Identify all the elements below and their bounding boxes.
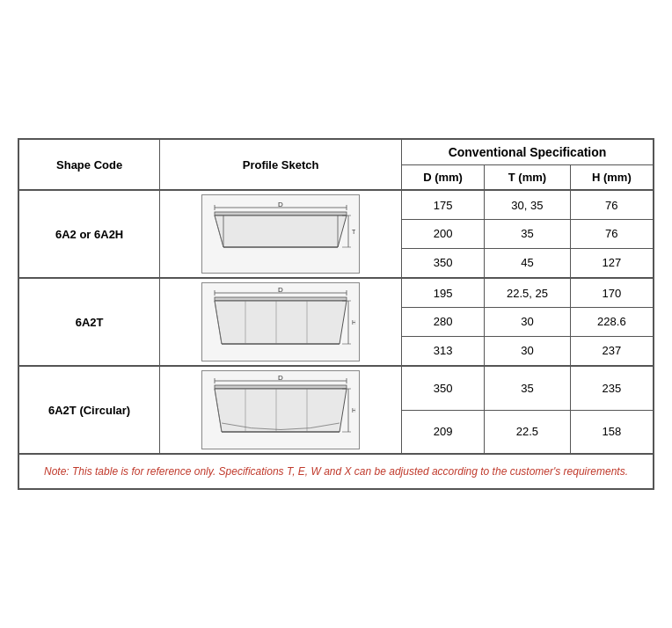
profile-sketch-header: Profile Sketch — [160, 140, 402, 191]
conventional-spec-header: Conventional Specification — [401, 140, 653, 165]
sketch-6a2t-svg: D H — [206, 287, 355, 357]
h-val-6a2t-3: 237 — [570, 336, 653, 366]
t-val-6a2t-circ-1: 35 — [485, 366, 571, 410]
svg-text:H: H — [352, 407, 355, 413]
profile-sketch-6a2t-circ: D H — [160, 366, 402, 454]
d-val-6a2t-3: 313 — [401, 336, 484, 366]
svg-rect-0 — [215, 212, 347, 215]
t-val-6a2t-2: 30 — [485, 308, 571, 337]
d-val-6a2t-2: 280 — [401, 308, 484, 337]
shape-code-header: Shape Code — [19, 140, 160, 191]
t-val-6a2t-1: 22.5, 25 — [485, 278, 571, 308]
svg-text:D: D — [278, 201, 283, 208]
shape-code-6a2: 6A2 or 6A2H — [19, 190, 160, 278]
d-val-6a2t-1: 195 — [401, 278, 484, 308]
col-d-header: D (mm) — [401, 165, 484, 191]
sketch-6a2t-circ-svg: D H — [206, 375, 355, 445]
table-row: 6A2T (Circular) D — [19, 366, 654, 410]
table-row: 6A2T D — [19, 278, 654, 308]
sketch-6a2-svg: D T — [206, 199, 355, 269]
note-text: Note: This table is for reference only. … — [19, 454, 654, 489]
main-table-container: Shape Code Profile Sketch Conventional S… — [18, 138, 654, 490]
h-val-6a2t-circ-2: 158 — [570, 410, 653, 454]
col-h-header: H (mm) — [570, 165, 653, 191]
profile-sketch-6a2t: D H — [160, 278, 402, 366]
d-val-6a2t-circ-1: 350 — [401, 366, 484, 410]
table-row: 6A2 or 6A2H D — [19, 190, 654, 220]
shape-code-6a2t: 6A2T — [19, 278, 160, 366]
svg-text:D: D — [278, 375, 283, 382]
d-val-6a2-1: 175 — [401, 190, 484, 220]
sketch-6a2: D T — [201, 194, 360, 274]
t-val-6a2-2: 35 — [485, 220, 571, 249]
h-val-6a2t-1: 170 — [570, 278, 653, 308]
col-t-header: T (mm) — [485, 165, 571, 191]
svg-text:H: H — [352, 319, 355, 325]
svg-text:D: D — [278, 287, 283, 294]
shape-code-6a2t-circ: 6A2T (Circular) — [19, 366, 160, 454]
h-val-6a2-1: 76 — [570, 190, 653, 220]
profile-sketch-6a2: D T — [160, 190, 402, 278]
svg-rect-29 — [215, 385, 347, 389]
h-val-6a2t-circ-1: 235 — [570, 366, 653, 410]
svg-marker-5 — [215, 215, 347, 247]
sketch-6a2t-circ: D H — [201, 370, 360, 449]
t-val-6a2-3: 45 — [485, 248, 571, 278]
svg-rect-14 — [215, 297, 347, 301]
d-val-6a2-3: 350 — [401, 248, 484, 278]
h-val-6a2-3: 127 — [570, 248, 653, 278]
svg-marker-19 — [215, 301, 347, 344]
sketch-6a2t: D H — [201, 282, 360, 361]
t-val-6a2t-3: 30 — [485, 336, 571, 366]
note-row: Note: This table is for reference only. … — [19, 454, 654, 489]
d-val-6a2t-circ-2: 209 — [401, 410, 484, 454]
h-val-6a2-2: 76 — [570, 220, 653, 249]
svg-text:T: T — [352, 229, 355, 235]
t-val-6a2t-circ-2: 22.5 — [485, 410, 571, 454]
d-val-6a2-2: 200 — [401, 220, 484, 249]
t-val-6a2-1: 30, 35 — [485, 190, 571, 220]
h-val-6a2t-2: 228.6 — [570, 308, 653, 337]
